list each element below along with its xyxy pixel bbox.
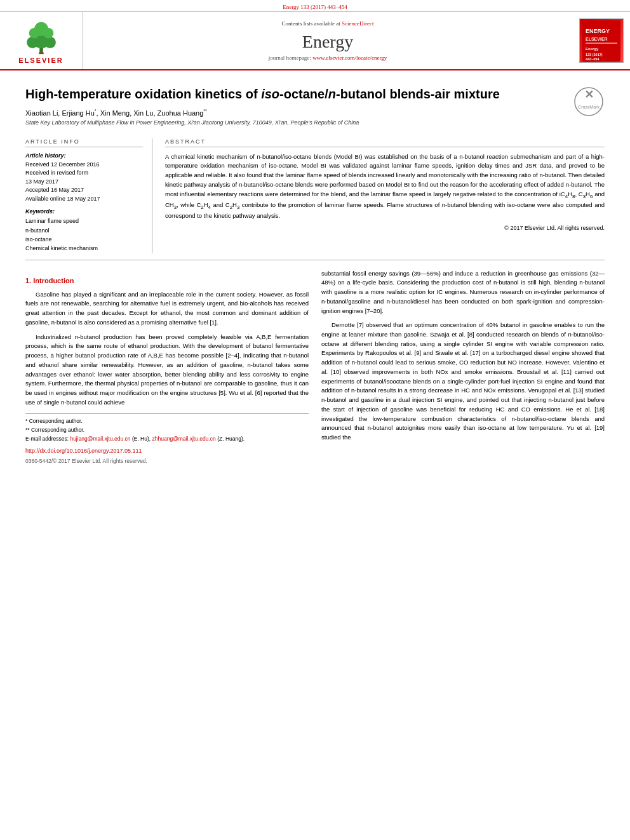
- journal-reference-bar: Energy 133 (2017) 443–454: [0, 0, 630, 12]
- footnote-email: E-mail addresses: hujiang@mail.xjtu.edu.…: [25, 436, 309, 443]
- svg-point-5: [29, 28, 39, 38]
- authors-line: Xiaotian Li, Erjiang Hu*, Xin Meng, Xin …: [25, 109, 563, 117]
- footnote-corresponding2: ** Corresponding author.: [25, 427, 309, 434]
- journal-ref-text: Energy 133 (2017) 443–454: [283, 4, 347, 10]
- history-label: Article history:: [25, 152, 143, 159]
- keyword-3: iso-octane: [25, 235, 143, 244]
- svg-text:Energy: Energy: [586, 47, 599, 51]
- intro-para2: Industrialized n-butanol production has …: [25, 333, 309, 408]
- sciencedirect-anchor[interactable]: ScienceDirect: [342, 20, 373, 27]
- affiliation-line: State Key Laboratory of Multiphase Flow …: [25, 119, 563, 126]
- crossmark-logo: ✕ CrossMark: [573, 86, 605, 117]
- revised-label: Received in revised form: [25, 169, 143, 178]
- right-column: substantial fossil energy savings (39—56…: [321, 269, 605, 465]
- copyright-line: © 2017 Elsevier Ltd. All rights reserved…: [165, 225, 605, 231]
- svg-text:443–454: 443–454: [586, 57, 600, 61]
- article-info-label: ARTICLE INFO: [25, 138, 143, 147]
- elsevier-brand-text: ELSEVIER: [18, 57, 63, 64]
- svg-point-3: [44, 37, 55, 48]
- keywords-label: Keywords:: [25, 208, 143, 215]
- revised-date: 13 May 2017: [25, 178, 143, 187]
- journal-homepage-line: journal homepage: www.elsevier.com/locat…: [269, 55, 387, 61]
- email2-link[interactable]: zhhuang@mail.xjtu.edu.cn: [152, 436, 216, 442]
- journal-center-block: Contents lists available at ScienceDirec…: [83, 12, 573, 69]
- accepted-date: Accepted 16 May 2017: [25, 186, 143, 195]
- article-title-block: High-temperature oxidation kinetics of i…: [25, 86, 563, 132]
- svg-text:✕: ✕: [584, 88, 594, 101]
- svg-text:ENERGY: ENERGY: [586, 28, 610, 34]
- right-para1: substantial fossil energy savings (39—56…: [321, 269, 605, 316]
- article-info-col: ARTICLE INFO Article history: Received 1…: [25, 138, 152, 253]
- article-title: High-temperature oxidation kinetics of i…: [25, 86, 563, 102]
- svg-text:ELSEVIER: ELSEVIER: [586, 37, 608, 41]
- info-abstract-row: ARTICLE INFO Article history: Received 1…: [25, 138, 605, 260]
- svg-point-2: [27, 37, 38, 48]
- journal-url[interactable]: www.elsevier.com/locate/energy: [312, 55, 387, 61]
- iso-octane-italic: iso: [261, 87, 279, 101]
- abstract-col: ABSTRACT A chemical kinetic mechanism of…: [165, 138, 605, 253]
- keyword-1: Laminar flame speed: [25, 217, 143, 225]
- journal-title: Energy: [302, 32, 353, 52]
- elsevier-tree-icon: [16, 20, 67, 55]
- introduction-heading: 1. Introduction: [25, 276, 309, 286]
- keyword-2: n-butanol: [25, 226, 143, 235]
- elsevier-logo-block: ELSEVIER: [0, 12, 83, 69]
- title-section: High-temperature oxidation kinetics of i…: [25, 81, 605, 132]
- left-column: 1. Introduction Gasoline has played a si…: [25, 269, 309, 465]
- intro-para1: Gasoline has played a significant and an…: [25, 290, 309, 328]
- main-content: 1. Introduction Gasoline has played a si…: [25, 269, 605, 465]
- svg-rect-7: [39, 52, 43, 54]
- issn-line: 0360-5442/© 2017 Elsevier Ltd. All right…: [25, 457, 309, 465]
- doi-line: http://dx.doi.org/10.1016/j.energy.2017.…: [25, 447, 309, 456]
- svg-point-6: [43, 28, 53, 38]
- right-para2: Dernotte [7] observed that an optimum co…: [321, 321, 605, 442]
- energy-logo-right: ENERGY ELSEVIER Energy 133 (2017) 443–45…: [573, 12, 630, 69]
- journal-header: ELSEVIER Contents lists available at Sci…: [0, 12, 630, 70]
- online-date: Available online 18 May 2017: [25, 195, 143, 204]
- abstract-label: ABSTRACT: [165, 138, 605, 147]
- doi-link[interactable]: http://dx.doi.org/10.1016/j.energy.2017.…: [25, 448, 142, 454]
- abstract-text: A chemical kinetic mechanism of n-butano…: [165, 152, 605, 221]
- n-butanol-italic: n: [328, 87, 336, 101]
- email1-link[interactable]: hujiang@mail.xjtu.edu.cn: [70, 436, 130, 442]
- svg-text:CrossMark: CrossMark: [578, 105, 600, 109]
- received-date: Received 12 December 2016: [25, 161, 143, 170]
- footnote-corresponding1: * Corresponding author.: [25, 418, 309, 425]
- svg-text:133 (2017): 133 (2017): [586, 53, 603, 57]
- article-body: High-temperature oxidation kinetics of i…: [0, 70, 630, 476]
- energy-logo-box: ENERGY ELSEVIER Energy 133 (2017) 443–45…: [579, 18, 624, 63]
- keyword-4: Chemical kinetic mechanism: [25, 244, 143, 253]
- footnotes-section: * Corresponding author. ** Corresponding…: [25, 413, 309, 443]
- sciencedirect-link: Contents lists available at ScienceDirec…: [282, 20, 374, 27]
- page-wrapper: Energy 133 (2017) 443–454 ELSEVIER Cont: [0, 0, 630, 840]
